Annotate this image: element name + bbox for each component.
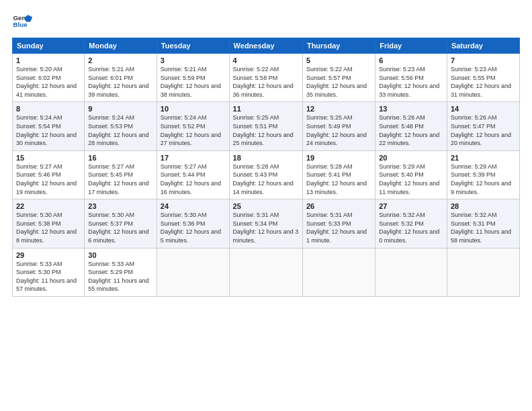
day-number: 17 bbox=[161, 154, 226, 162]
day-number: 3 bbox=[161, 56, 226, 64]
weekday-header: Wednesday bbox=[229, 38, 302, 54]
calendar-cell: 6Sunrise: 5:23 AMSunset: 5:56 PMDaylight… bbox=[375, 54, 447, 102]
day-number: 10 bbox=[161, 105, 226, 113]
calendar-cell: 16Sunrise: 5:27 AMSunset: 5:45 PMDayligh… bbox=[85, 150, 157, 199]
day-number: 12 bbox=[306, 105, 371, 113]
calendar-cell bbox=[375, 248, 447, 296]
calendar-week-row: 1Sunrise: 5:20 AMSunset: 6:02 PMDaylight… bbox=[13, 54, 520, 102]
day-detail: Sunrise: 5:30 AMSunset: 5:36 PMDaylight:… bbox=[161, 211, 226, 244]
weekday-header: Thursday bbox=[302, 38, 375, 54]
day-detail: Sunrise: 5:21 AMSunset: 5:59 PMDaylight:… bbox=[161, 65, 226, 99]
day-number: 20 bbox=[379, 154, 443, 162]
calendar-week-row: 29Sunrise: 5:33 AMSunset: 5:30 PMDayligh… bbox=[13, 248, 520, 296]
day-number: 30 bbox=[88, 251, 153, 259]
calendar-cell bbox=[229, 248, 302, 296]
calendar-cell: 3Sunrise: 5:21 AMSunset: 5:59 PMDaylight… bbox=[157, 54, 229, 102]
day-detail: Sunrise: 5:29 AMSunset: 5:39 PMDaylight:… bbox=[451, 163, 516, 196]
day-number: 13 bbox=[379, 105, 443, 113]
calendar-cell: 29Sunrise: 5:33 AMSunset: 5:30 PMDayligh… bbox=[13, 248, 85, 296]
calendar-cell: 20Sunrise: 5:29 AMSunset: 5:40 PMDayligh… bbox=[375, 150, 447, 199]
calendar-cell: 17Sunrise: 5:27 AMSunset: 5:44 PMDayligh… bbox=[157, 150, 229, 199]
day-detail: Sunrise: 5:26 AMSunset: 5:48 PMDaylight:… bbox=[379, 113, 443, 147]
day-detail: Sunrise: 5:28 AMSunset: 5:41 PMDaylight:… bbox=[306, 163, 371, 196]
calendar-page: General Blue SundayMondayTuesdayWednesda… bbox=[0, 0, 532, 411]
day-number: 25 bbox=[233, 202, 299, 210]
day-detail: Sunrise: 5:20 AMSunset: 6:02 PMDaylight:… bbox=[16, 65, 81, 99]
weekday-header: Saturday bbox=[447, 38, 519, 54]
day-detail: Sunrise: 5:27 AMSunset: 5:45 PMDaylight:… bbox=[88, 163, 153, 196]
calendar-cell: 9Sunrise: 5:24 AMSunset: 5:53 PMDaylight… bbox=[85, 102, 157, 150]
calendar-cell: 24Sunrise: 5:30 AMSunset: 5:36 PMDayligh… bbox=[157, 199, 229, 248]
calendar-cell: 1Sunrise: 5:20 AMSunset: 6:02 PMDaylight… bbox=[13, 54, 85, 102]
day-detail: Sunrise: 5:27 AMSunset: 5:46 PMDaylight:… bbox=[16, 163, 81, 196]
calendar-cell: 11Sunrise: 5:25 AMSunset: 5:51 PMDayligh… bbox=[229, 102, 302, 150]
day-detail: Sunrise: 5:24 AMSunset: 5:54 PMDaylight:… bbox=[16, 113, 81, 147]
day-detail: Sunrise: 5:25 AMSunset: 5:51 PMDaylight:… bbox=[233, 113, 299, 147]
calendar-header: SundayMondayTuesdayWednesdayThursdayFrid… bbox=[13, 38, 520, 54]
calendar-cell: 19Sunrise: 5:28 AMSunset: 5:41 PMDayligh… bbox=[302, 150, 375, 199]
logo: General Blue bbox=[12, 11, 32, 31]
day-detail: Sunrise: 5:26 AMSunset: 5:47 PMDaylight:… bbox=[451, 113, 516, 147]
svg-text:Blue: Blue bbox=[13, 21, 28, 28]
calendar-cell: 22Sunrise: 5:30 AMSunset: 5:38 PMDayligh… bbox=[13, 199, 85, 248]
day-number: 4 bbox=[233, 56, 299, 64]
day-detail: Sunrise: 5:23 AMSunset: 5:55 PMDaylight:… bbox=[451, 65, 516, 99]
weekday-header: Sunday bbox=[13, 38, 85, 54]
day-number: 23 bbox=[88, 202, 153, 210]
weekday-header: Tuesday bbox=[157, 38, 229, 54]
weekday-header: Monday bbox=[85, 38, 157, 54]
day-number: 19 bbox=[306, 154, 371, 162]
day-detail: Sunrise: 5:21 AMSunset: 6:01 PMDaylight:… bbox=[88, 65, 153, 99]
calendar-cell: 13Sunrise: 5:26 AMSunset: 5:48 PMDayligh… bbox=[375, 102, 447, 150]
calendar-cell: 2Sunrise: 5:21 AMSunset: 6:01 PMDaylight… bbox=[85, 54, 157, 102]
calendar-week-row: 15Sunrise: 5:27 AMSunset: 5:46 PMDayligh… bbox=[13, 150, 520, 199]
day-number: 5 bbox=[306, 56, 371, 64]
calendar-cell: 7Sunrise: 5:23 AMSunset: 5:55 PMDaylight… bbox=[447, 54, 519, 102]
day-number: 6 bbox=[379, 56, 443, 64]
day-number: 29 bbox=[16, 251, 81, 259]
day-number: 26 bbox=[306, 202, 371, 210]
day-detail: Sunrise: 5:24 AMSunset: 5:52 PMDaylight:… bbox=[161, 113, 226, 147]
day-number: 14 bbox=[451, 105, 516, 113]
day-detail: Sunrise: 5:30 AMSunset: 5:38 PMDaylight:… bbox=[16, 211, 81, 244]
day-number: 24 bbox=[161, 202, 226, 210]
calendar-cell: 10Sunrise: 5:24 AMSunset: 5:52 PMDayligh… bbox=[157, 102, 229, 150]
day-number: 21 bbox=[451, 154, 516, 162]
day-detail: Sunrise: 5:31 AMSunset: 5:33 PMDaylight:… bbox=[306, 211, 371, 244]
calendar-week-row: 8Sunrise: 5:24 AMSunset: 5:54 PMDaylight… bbox=[13, 102, 520, 150]
calendar-cell: 12Sunrise: 5:25 AMSunset: 5:49 PMDayligh… bbox=[302, 102, 375, 150]
calendar-cell: 15Sunrise: 5:27 AMSunset: 5:46 PMDayligh… bbox=[13, 150, 85, 199]
day-number: 18 bbox=[233, 154, 299, 162]
day-detail: Sunrise: 5:23 AMSunset: 5:56 PMDaylight:… bbox=[379, 65, 443, 99]
calendar-cell: 8Sunrise: 5:24 AMSunset: 5:54 PMDaylight… bbox=[13, 102, 85, 150]
day-number: 28 bbox=[451, 202, 516, 210]
day-number: 1 bbox=[16, 56, 81, 64]
day-detail: Sunrise: 5:22 AMSunset: 5:58 PMDaylight:… bbox=[233, 65, 299, 99]
day-number: 11 bbox=[233, 105, 299, 113]
calendar-cell: 5Sunrise: 5:22 AMSunset: 5:57 PMDaylight… bbox=[302, 54, 375, 102]
day-number: 15 bbox=[16, 154, 81, 162]
calendar-cell bbox=[157, 248, 229, 296]
logo-icon: General Blue bbox=[12, 11, 32, 31]
calendar-body: 1Sunrise: 5:20 AMSunset: 6:02 PMDaylight… bbox=[13, 54, 520, 297]
day-number: 2 bbox=[88, 56, 153, 64]
day-number: 8 bbox=[16, 105, 81, 113]
day-number: 16 bbox=[88, 154, 153, 162]
header: General Blue bbox=[12, 11, 520, 31]
calendar-cell: 30Sunrise: 5:33 AMSunset: 5:29 PMDayligh… bbox=[85, 248, 157, 296]
calendar-cell: 4Sunrise: 5:22 AMSunset: 5:58 PMDaylight… bbox=[229, 54, 302, 102]
calendar-table: SundayMondayTuesdayWednesdayThursdayFrid… bbox=[12, 38, 520, 297]
calendar-cell: 25Sunrise: 5:31 AMSunset: 5:34 PMDayligh… bbox=[229, 199, 302, 248]
day-detail: Sunrise: 5:30 AMSunset: 5:37 PMDaylight:… bbox=[88, 211, 153, 244]
calendar-cell: 21Sunrise: 5:29 AMSunset: 5:39 PMDayligh… bbox=[447, 150, 519, 199]
day-detail: Sunrise: 5:28 AMSunset: 5:43 PMDaylight:… bbox=[233, 163, 299, 196]
calendar-cell: 23Sunrise: 5:30 AMSunset: 5:37 PMDayligh… bbox=[85, 199, 157, 248]
day-number: 7 bbox=[451, 56, 516, 64]
calendar-cell: 27Sunrise: 5:32 AMSunset: 5:32 PMDayligh… bbox=[375, 199, 447, 248]
calendar-week-row: 22Sunrise: 5:30 AMSunset: 5:38 PMDayligh… bbox=[13, 199, 520, 248]
calendar-cell: 14Sunrise: 5:26 AMSunset: 5:47 PMDayligh… bbox=[447, 102, 519, 150]
day-number: 9 bbox=[88, 105, 153, 113]
calendar-cell bbox=[447, 248, 519, 296]
day-detail: Sunrise: 5:31 AMSunset: 5:34 PMDaylight:… bbox=[233, 211, 299, 244]
weekday-header: Friday bbox=[375, 38, 447, 54]
